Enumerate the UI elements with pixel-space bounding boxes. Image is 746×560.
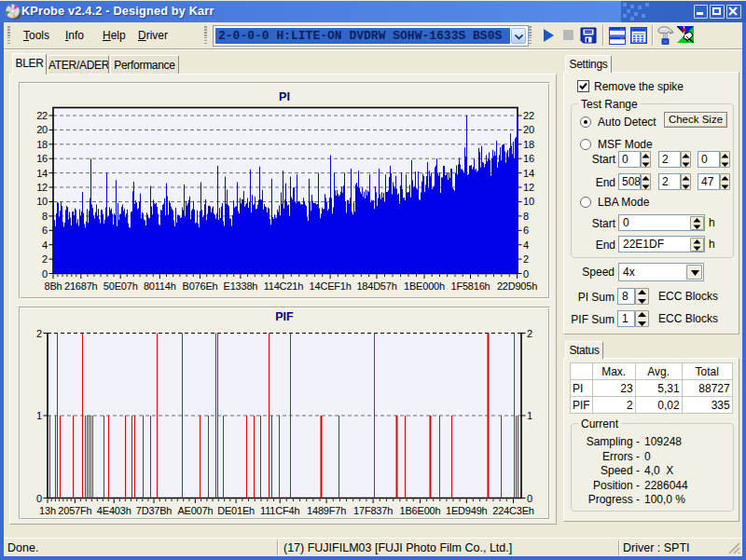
svg-text:2057Fh: 2057Fh xyxy=(58,505,91,516)
svg-text:AE007h: AE007h xyxy=(177,505,213,516)
svg-text:4: 4 xyxy=(42,239,48,251)
svg-text:13h: 13h xyxy=(39,505,56,516)
svg-text:B076Eh: B076Eh xyxy=(183,280,218,292)
svg-text:14CEF1h: 14CEF1h xyxy=(310,280,352,292)
svg-text:0: 0 xyxy=(42,268,48,280)
svg-text:8: 8 xyxy=(42,211,48,222)
svg-text:10: 10 xyxy=(36,196,48,207)
svg-text:1B6E00h: 1B6E00h xyxy=(400,505,441,516)
svg-text:DE01Eh: DE01Eh xyxy=(217,505,255,516)
svg-text:224C3Eh: 224C3Eh xyxy=(492,505,534,516)
svg-text:1F5816h: 1F5816h xyxy=(450,280,490,292)
svg-text:16: 16 xyxy=(523,153,534,164)
svg-text:2: 2 xyxy=(523,253,529,265)
svg-text:10: 10 xyxy=(523,196,534,207)
svg-text:114C21h: 114C21h xyxy=(264,280,304,292)
svg-text:8: 8 xyxy=(523,211,529,222)
svg-text:0: 0 xyxy=(36,493,42,504)
svg-text:12: 12 xyxy=(523,182,534,193)
svg-text:1489F7h: 1489F7h xyxy=(307,505,346,516)
svg-text:8Bh: 8Bh xyxy=(45,280,62,292)
svg-text:18: 18 xyxy=(523,139,534,150)
svg-text:0: 0 xyxy=(527,493,532,504)
svg-text:E1338h: E1338h xyxy=(224,280,258,292)
svg-text:20: 20 xyxy=(36,124,48,135)
svg-text:1: 1 xyxy=(527,410,532,421)
svg-text:22: 22 xyxy=(523,110,534,121)
svg-text:2: 2 xyxy=(42,253,48,265)
svg-text:1BE000h: 1BE000h xyxy=(404,280,445,292)
svg-text:14: 14 xyxy=(36,168,48,179)
svg-text:4: 4 xyxy=(523,239,529,251)
svg-text:0: 0 xyxy=(523,268,529,280)
svg-text:2: 2 xyxy=(527,328,532,339)
svg-text:6: 6 xyxy=(42,225,48,236)
svg-text:16: 16 xyxy=(36,153,48,164)
svg-text:22D905h: 22D905h xyxy=(497,280,537,292)
svg-text:6: 6 xyxy=(523,225,529,236)
svg-text:7D37Bh: 7D37Bh xyxy=(136,505,173,516)
svg-text:184D57h: 184D57h xyxy=(356,280,396,292)
svg-text:2: 2 xyxy=(36,328,42,339)
svg-text:80114h: 80114h xyxy=(144,280,176,292)
svg-text:20: 20 xyxy=(523,124,534,135)
svg-text:22: 22 xyxy=(36,110,48,121)
svg-text:1ED949h: 1ED949h xyxy=(446,505,488,516)
svg-text:14: 14 xyxy=(523,168,534,179)
svg-text:21687h: 21687h xyxy=(64,280,98,292)
svg-text:50E07h: 50E07h xyxy=(104,280,138,292)
svg-text:18: 18 xyxy=(36,139,48,150)
svg-text:4E403h: 4E403h xyxy=(97,505,131,516)
svg-text:111CF4h: 111CF4h xyxy=(260,505,299,516)
svg-text:12: 12 xyxy=(36,182,48,193)
svg-text:17F837h: 17F837h xyxy=(353,505,393,516)
svg-text:1: 1 xyxy=(36,410,42,421)
